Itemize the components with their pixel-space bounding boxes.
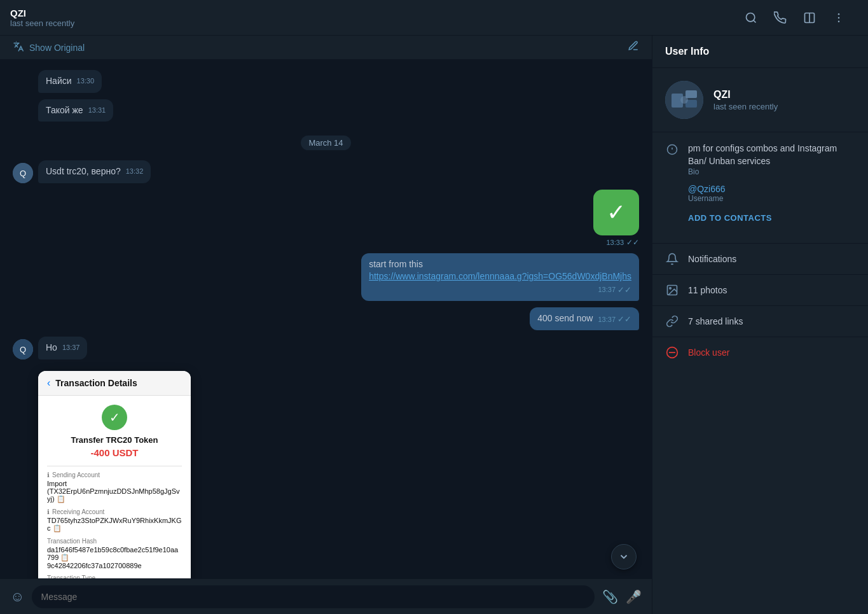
user-profile-section: QZI last seen recently [652,68,868,132]
block-user-row[interactable]: Block user [652,337,868,368]
table-row: ‹ Transaction Details ✓ Transfer TRC20 T… [13,371,639,578]
add-contacts-row: ADD TO CONTACTS [665,211,855,225]
table-row: 400 send now 13:37 ✓✓ [13,307,639,330]
photos-row[interactable]: 11 photos [652,275,868,306]
svg-text:Q: Q [20,169,26,178]
message-bubble: Usdt trc20, верно? 13:32 [38,160,151,183]
search-icon[interactable] [742,9,760,27]
links-icon [665,315,679,328]
svg-rect-15 [685,90,697,98]
bell-icon [665,253,679,265]
message-text: Такой же [46,105,83,115]
message-bubble: Но 13:37 [38,337,87,359]
message-bubble: start from this https://www.instagram.co… [361,253,639,301]
attach-button[interactable]: 📎 [602,589,618,604]
shared-links-row[interactable]: 7 shared links [652,306,868,337]
svg-point-4 [838,13,840,15]
table-row: ✓ 13:33 ✓✓ [13,190,639,247]
bio-row: pm for configs combos and Instagram Ban/… [665,143,855,176]
emoji-button[interactable]: ☺ [10,589,24,605]
bio-text-block: pm for configs combos and Instagram Ban/… [688,143,855,176]
tx-hash-value: da1f646f5487e1b59c8c0fbae2c51f9e10aa799 … [47,546,182,569]
block-user-label: Block user [688,347,729,358]
message-input-container [32,585,595,608]
shared-links-label: 7 shared links [688,316,743,326]
message-text: Найси [46,76,72,86]
show-original-label[interactable]: Show Original [29,43,85,53]
layout-icon[interactable] [801,9,818,27]
photos-count: 11 photos [688,285,727,295]
tx-body: ✓ Transfer TRC20 Token -400 USDT ℹSendin… [38,396,191,578]
tx-receiving-label: ℹReceiving Account [47,508,182,515]
double-check-icon: ✓✓ [626,238,639,247]
message-bubble: Найси 13:30 [38,70,102,93]
avatar: Q [13,339,33,359]
tx-back-button[interactable]: ‹ [47,377,50,389]
message-input[interactable] [41,592,586,602]
message-time: 13:32 [126,167,144,176]
chat-area: Show Original Найси 13:30 Так [0,36,652,614]
message-bubble: Такой же 13:31 [38,99,113,122]
tx-sending-label: ℹSending Account [47,471,182,478]
scroll-to-bottom-button[interactable] [611,544,637,569]
message-time: 13:31 [88,106,106,115]
bio-label: Bio [688,167,855,176]
notifications-row[interactable]: Notifications [652,244,868,275]
message-text: 400 send now [537,313,593,323]
message-link[interactable]: https://www.instagram.com/lennnaaa.g?igs… [369,271,631,281]
tx-header: ‹ Transaction Details [38,371,191,396]
svg-point-0 [747,13,755,21]
table-row: Q Usdt trc20, верно? 13:32 [13,160,639,183]
username-block: @Qzi666 Username [688,184,726,203]
svg-point-6 [838,20,840,22]
photos-icon [665,284,679,297]
info-icon [665,144,679,155]
date-divider: March 14 [13,136,639,150]
user-name: QZI [713,89,778,101]
username-label: Username [688,194,726,203]
avatar: Q [13,163,33,183]
bio-section: pm for configs combos and Instagram Ban/… [652,132,868,244]
chat-title: QZI [10,8,742,18]
message-time: 13:37 ✓✓ [598,314,631,325]
user-status: last seen recently [713,102,778,111]
table-row: Q Но 13:37 [13,337,639,359]
message-text: Usdt trc20, верно? [46,166,121,176]
svg-point-22 [670,288,672,290]
message-text: Но [46,342,57,352]
user-info-panel: User Info QZI last seen recently [652,36,868,614]
table-row: Найси 13:30 [13,70,639,93]
transaction-card: ‹ Transaction Details ✓ Transfer TRC20 T… [38,371,191,578]
more-options-icon[interactable] [830,9,848,27]
svg-text:Q: Q [20,345,26,354]
message-time: 13:37 [62,343,80,352]
chat-header-info: QZI last seen recently [10,8,742,28]
table-row: Такой же 13:31 [13,99,639,122]
sticker-bubble: ✓ [593,190,639,235]
checkmark-icon: ✓ [607,199,626,226]
message-input-area: ☺ 📎 🎤 [0,578,652,614]
tx-checkmark: ✓ [109,410,120,425]
main-layout: Show Original Найси 13:30 Так [0,36,868,614]
message-time: 13:33 [606,239,624,246]
username-row: @Qzi666 Username [665,184,855,203]
read-icon: ✓✓ [617,284,631,296]
tx-token-name: Transfer TRC20 Token [47,435,182,445]
message-bubble: 400 send now 13:37 ✓✓ [530,307,639,330]
tx-hash-label: Transaction Hash [47,538,182,545]
svg-point-5 [838,17,840,18]
panel-title: User Info [665,46,709,57]
svg-line-1 [754,20,756,22]
chat-header: QZI last seen recently [0,0,868,36]
header-actions [742,9,848,27]
username-text[interactable]: @Qzi666 [688,184,726,194]
tx-amount: -400 USDT [47,447,182,458]
translate-icon [13,41,24,55]
translation-settings-icon[interactable] [628,40,639,55]
voice-button[interactable]: 🎤 [626,589,642,604]
add-to-contacts-button[interactable]: ADD TO CONTACTS [688,211,772,225]
call-icon[interactable] [771,9,789,27]
block-icon [665,346,679,359]
chat-status: last seen recently [10,18,742,28]
table-row: start from this https://www.instagram.co… [13,253,639,301]
